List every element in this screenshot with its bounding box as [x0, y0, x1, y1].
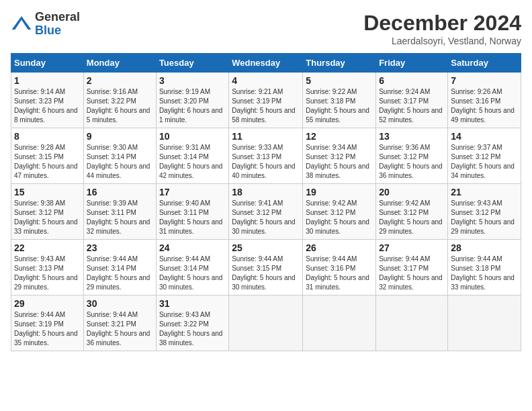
day-number: 11 [232, 131, 300, 142]
calendar-header-row: SundayMondayTuesdayWednesdayThursdayFrid… [11, 54, 521, 73]
day-info: Sunrise: 9:30 AMSunset: 3:14 PMDaylight:… [87, 143, 153, 181]
logo: General Blue [11, 11, 80, 38]
day-number: 24 [159, 242, 226, 253]
day-info: Sunrise: 9:22 AMSunset: 3:18 PMDaylight:… [306, 87, 373, 125]
day-info: Sunrise: 9:14 AMSunset: 3:23 PMDaylight:… [14, 87, 81, 125]
day-number: 30 [87, 298, 153, 309]
day-number: 12 [306, 131, 373, 142]
day-number: 29 [14, 298, 81, 309]
calendar-cell: 18 Sunrise: 9:41 AMSunset: 3:12 PMDaylig… [229, 184, 303, 240]
day-info: Sunrise: 9:26 AMSunset: 3:16 PMDaylight:… [451, 87, 518, 125]
calendar-week-row: 15 Sunrise: 9:38 AMSunset: 3:12 PMDaylig… [11, 184, 521, 240]
calendar-week-row: 8 Sunrise: 9:28 AMSunset: 3:15 PMDayligh… [11, 128, 521, 184]
day-number: 28 [451, 242, 518, 253]
month-title: December 2024 [363, 11, 521, 36]
calendar-cell: 12 Sunrise: 9:34 AMSunset: 3:12 PMDaylig… [303, 128, 376, 184]
calendar-cell: 11 Sunrise: 9:33 AMSunset: 3:13 PMDaylig… [229, 128, 303, 184]
day-number: 4 [232, 75, 300, 86]
day-number: 5 [306, 75, 373, 86]
calendar-cell: 22 Sunrise: 9:43 AMSunset: 3:13 PMDaylig… [11, 240, 84, 295]
day-info: Sunrise: 9:28 AMSunset: 3:15 PMDaylight:… [14, 143, 81, 181]
day-number: 1 [14, 75, 81, 86]
day-info: Sunrise: 9:37 AMSunset: 3:12 PMDaylight:… [451, 143, 518, 181]
day-number: 19 [306, 187, 373, 197]
calendar-cell: 23 Sunrise: 9:44 AMSunset: 3:14 PMDaylig… [83, 240, 156, 295]
day-number: 27 [379, 242, 445, 253]
weekday-header-sunday: Sunday [11, 54, 84, 73]
day-number: 7 [451, 75, 518, 86]
weekday-header-monday: Monday [83, 54, 156, 73]
day-info: Sunrise: 9:16 AMSunset: 3:22 PMDaylight:… [87, 87, 153, 125]
calendar-cell: 15 Sunrise: 9:38 AMSunset: 3:12 PMDaylig… [11, 184, 84, 240]
calendar-cell: 8 Sunrise: 9:28 AMSunset: 3:15 PMDayligh… [11, 128, 84, 184]
calendar-cell: 29 Sunrise: 9:44 AMSunset: 3:19 PMDaylig… [11, 295, 84, 351]
calendar-cell: 19 Sunrise: 9:42 AMSunset: 3:12 PMDaylig… [303, 184, 376, 240]
day-info: Sunrise: 9:36 AMSunset: 3:12 PMDaylight:… [379, 143, 445, 181]
calendar-cell: 25 Sunrise: 9:44 AMSunset: 3:15 PMDaylig… [229, 240, 303, 295]
day-number: 8 [14, 131, 81, 142]
calendar-cell: 1 Sunrise: 9:14 AMSunset: 3:23 PMDayligh… [11, 73, 84, 128]
day-info: Sunrise: 9:33 AMSunset: 3:13 PMDaylight:… [232, 143, 300, 181]
weekday-header-friday: Friday [376, 54, 448, 73]
day-number: 20 [379, 187, 445, 197]
day-info: Sunrise: 9:31 AMSunset: 3:14 PMDaylight:… [159, 143, 226, 181]
calendar-week-row: 22 Sunrise: 9:43 AMSunset: 3:13 PMDaylig… [11, 240, 521, 295]
calendar-cell: 17 Sunrise: 9:40 AMSunset: 3:11 PMDaylig… [156, 184, 228, 240]
day-number: 13 [379, 131, 445, 142]
calendar-cell: 14 Sunrise: 9:37 AMSunset: 3:12 PMDaylig… [448, 128, 521, 184]
day-number: 9 [87, 131, 153, 142]
day-number: 15 [14, 187, 81, 197]
calendar-cell: 26 Sunrise: 9:44 AMSunset: 3:16 PMDaylig… [303, 240, 376, 295]
day-number: 2 [87, 75, 153, 86]
day-number: 16 [87, 187, 153, 197]
day-info: Sunrise: 9:41 AMSunset: 3:12 PMDaylight:… [232, 199, 300, 236]
weekday-header-thursday: Thursday [303, 54, 376, 73]
title-area: December 2024 Laerdalsoyri, Vestland, No… [363, 11, 521, 46]
day-number: 18 [232, 187, 300, 197]
day-info: Sunrise: 9:44 AMSunset: 3:19 PMDaylight:… [14, 310, 81, 348]
calendar-cell: 10 Sunrise: 9:31 AMSunset: 3:14 PMDaylig… [156, 128, 228, 184]
calendar-cell: 9 Sunrise: 9:30 AMSunset: 3:14 PMDayligh… [83, 128, 156, 184]
day-info: Sunrise: 9:43 AMSunset: 3:12 PMDaylight:… [451, 199, 518, 236]
weekday-header-saturday: Saturday [448, 54, 521, 73]
calendar-cell: 4 Sunrise: 9:21 AMSunset: 3:19 PMDayligh… [229, 73, 303, 128]
calendar-cell [448, 295, 521, 351]
day-info: Sunrise: 9:44 AMSunset: 3:15 PMDaylight:… [232, 255, 300, 292]
day-info: Sunrise: 9:43 AMSunset: 3:22 PMDaylight:… [159, 310, 226, 348]
calendar: SundayMondayTuesdayWednesdayThursdayFrid… [11, 53, 521, 351]
day-info: Sunrise: 9:34 AMSunset: 3:12 PMDaylight:… [306, 143, 373, 181]
day-info: Sunrise: 9:24 AMSunset: 3:17 PMDaylight:… [379, 87, 445, 125]
calendar-week-row: 29 Sunrise: 9:44 AMSunset: 3:19 PMDaylig… [11, 295, 521, 351]
weekday-header-tuesday: Tuesday [156, 54, 228, 73]
day-info: Sunrise: 9:42 AMSunset: 3:12 PMDaylight:… [306, 199, 373, 236]
day-info: Sunrise: 9:38 AMSunset: 3:12 PMDaylight:… [14, 199, 81, 236]
day-number: 31 [159, 298, 226, 309]
calendar-cell: 31 Sunrise: 9:43 AMSunset: 3:22 PMDaylig… [156, 295, 228, 351]
day-info: Sunrise: 9:44 AMSunset: 3:21 PMDaylight:… [87, 310, 153, 348]
day-number: 14 [451, 131, 518, 142]
calendar-cell: 20 Sunrise: 9:42 AMSunset: 3:12 PMDaylig… [376, 184, 448, 240]
day-number: 17 [159, 187, 226, 197]
day-number: 21 [451, 187, 518, 197]
calendar-cell: 27 Sunrise: 9:44 AMSunset: 3:17 PMDaylig… [376, 240, 448, 295]
calendar-cell: 13 Sunrise: 9:36 AMSunset: 3:12 PMDaylig… [376, 128, 448, 184]
weekday-header-wednesday: Wednesday [229, 54, 303, 73]
day-number: 25 [232, 242, 300, 253]
day-info: Sunrise: 9:42 AMSunset: 3:12 PMDaylight:… [379, 199, 445, 236]
calendar-cell: 28 Sunrise: 9:44 AMSunset: 3:18 PMDaylig… [448, 240, 521, 295]
day-number: 3 [159, 75, 226, 86]
day-number: 6 [379, 75, 445, 86]
day-number: 22 [14, 242, 81, 253]
logo-icon [11, 13, 32, 35]
logo-text: General Blue [35, 11, 80, 38]
day-info: Sunrise: 9:44 AMSunset: 3:16 PMDaylight:… [306, 255, 373, 292]
calendar-cell: 16 Sunrise: 9:39 AMSunset: 3:11 PMDaylig… [83, 184, 156, 240]
day-number: 10 [159, 131, 226, 142]
calendar-cell: 21 Sunrise: 9:43 AMSunset: 3:12 PMDaylig… [448, 184, 521, 240]
calendar-cell: 30 Sunrise: 9:44 AMSunset: 3:21 PMDaylig… [83, 295, 156, 351]
day-info: Sunrise: 9:21 AMSunset: 3:19 PMDaylight:… [232, 87, 300, 125]
calendar-cell: 24 Sunrise: 9:44 AMSunset: 3:14 PMDaylig… [156, 240, 228, 295]
day-info: Sunrise: 9:44 AMSunset: 3:14 PMDaylight:… [159, 255, 226, 292]
calendar-cell: 6 Sunrise: 9:24 AMSunset: 3:17 PMDayligh… [376, 73, 448, 128]
day-info: Sunrise: 9:19 AMSunset: 3:20 PMDaylight:… [159, 87, 226, 125]
